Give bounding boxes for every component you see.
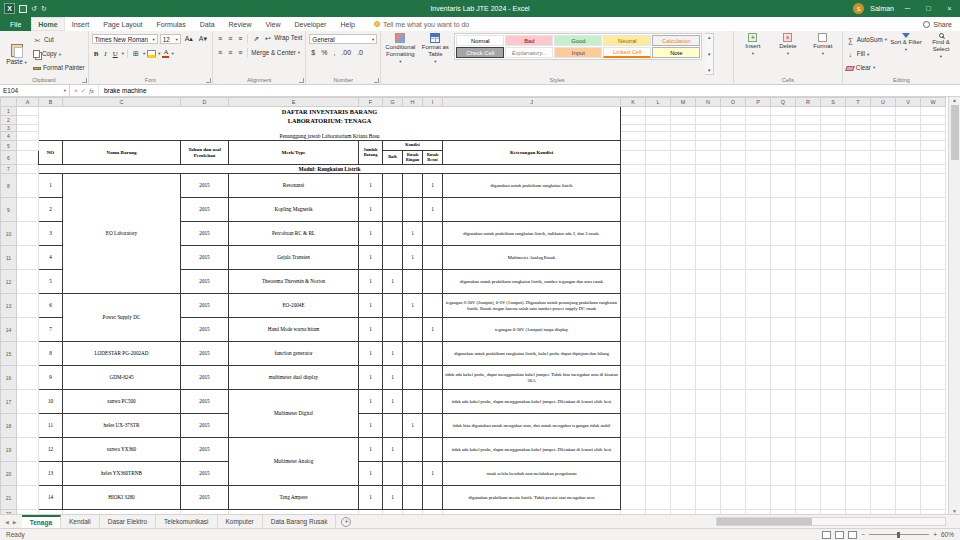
- empty-cell[interactable]: [671, 438, 696, 462]
- merge-center-button[interactable]: Merge & Center ▾: [251, 49, 300, 57]
- zoom-out-button[interactable]: −: [861, 531, 865, 538]
- header-rusak-berat[interactable]: Rusak Berat: [423, 151, 443, 165]
- empty-cell[interactable]: [621, 198, 646, 222]
- empty-cell[interactable]: [796, 342, 821, 366]
- cell-keterangan[interactable]: tegangan 0-30V (1output) tanpa display: [443, 318, 621, 342]
- select-all-corner[interactable]: [1, 98, 17, 107]
- row-header-10[interactable]: 10: [1, 222, 17, 246]
- row-header-20[interactable]: 20: [1, 462, 17, 486]
- cell-jumlah[interactable]: 1: [359, 318, 383, 342]
- cell-A21[interactable]: [17, 486, 39, 510]
- close-button[interactable]: ×: [942, 4, 957, 13]
- empty-cell[interactable]: [646, 174, 671, 198]
- alignment-dialog-launcher[interactable]: [299, 78, 304, 83]
- empty-cell[interactable]: [621, 125, 646, 132]
- cell-nama-barang[interactable]: LODESTAR PG-2002AD: [63, 342, 181, 366]
- zoom-slider[interactable]: [869, 534, 929, 535]
- empty-cell[interactable]: [746, 141, 771, 151]
- empty-cell[interactable]: [621, 390, 646, 414]
- cell-rusak-berat[interactable]: [423, 438, 443, 462]
- empty-cell[interactable]: [696, 438, 721, 462]
- cell-merk-type[interactable]: Resonansi: [229, 174, 359, 198]
- row-header-7[interactable]: 7: [1, 165, 17, 174]
- empty-cell[interactable]: [896, 116, 921, 125]
- header-no[interactable]: NO: [39, 141, 63, 165]
- empty-cell[interactable]: [871, 462, 896, 486]
- header-kondisi[interactable]: Kondisi: [383, 141, 443, 151]
- empty-cell[interactable]: [621, 342, 646, 366]
- header-merk-type[interactable]: Merk/Type: [229, 141, 359, 165]
- empty-cell[interactable]: [671, 462, 696, 486]
- empty-cell[interactable]: [646, 246, 671, 270]
- minimize-button[interactable]: ─: [900, 4, 915, 13]
- empty-cell[interactable]: [721, 222, 746, 246]
- col-header-O[interactable]: O: [721, 98, 746, 107]
- empty-cell[interactable]: [621, 318, 646, 342]
- empty-cell[interactable]: [621, 132, 646, 141]
- empty-cell[interactable]: [796, 390, 821, 414]
- cell-nama-barang[interactable]: sanwa YX360: [63, 438, 181, 462]
- cell-keterangan[interactable]: tegangan 6-20V (2output), 0-6V (1output)…: [443, 294, 621, 318]
- empty-cell[interactable]: [846, 246, 871, 270]
- table-title-line2[interactable]: LABORATORIUM: TENAGA: [39, 116, 621, 125]
- row-header-15[interactable]: 15: [1, 342, 17, 366]
- sheet-tab-komputer[interactable]: Komputer: [218, 515, 263, 528]
- empty-cell[interactable]: [646, 438, 671, 462]
- cell-style-normal[interactable]: Normal: [456, 35, 504, 46]
- cell-jumlah[interactable]: 1: [359, 414, 383, 438]
- empty-cell[interactable]: [721, 198, 746, 222]
- orientation-button[interactable]: ⇗: [251, 35, 261, 43]
- cell-A12[interactable]: [17, 270, 39, 294]
- empty-cell[interactable]: [821, 141, 846, 151]
- empty-cell[interactable]: [621, 165, 646, 174]
- cell-rusak-berat[interactable]: 1: [423, 174, 443, 198]
- empty-cell[interactable]: [896, 414, 921, 438]
- empty-cell[interactable]: [621, 222, 646, 246]
- cell-rusak-berat[interactable]: [423, 294, 443, 318]
- fill-color-button[interactable]: [147, 50, 156, 58]
- cell-keterangan[interactable]: tidak ada kabel probe, dapat menggunakan…: [443, 390, 621, 414]
- cell-rusak-ringan[interactable]: [403, 366, 423, 390]
- empty-cell[interactable]: [896, 486, 921, 510]
- empty-cell[interactable]: [821, 462, 846, 486]
- copy-button[interactable]: Copy ▾: [33, 50, 85, 58]
- empty-cell[interactable]: [796, 414, 821, 438]
- table-subtitle[interactable]: Penanggung jawab Laboratorium Kriana Bas…: [39, 132, 621, 141]
- empty-cell[interactable]: [796, 222, 821, 246]
- empty-cell[interactable]: [921, 165, 946, 174]
- empty-cell[interactable]: [846, 414, 871, 438]
- empty-cell[interactable]: [871, 486, 896, 510]
- file-tab[interactable]: File: [0, 17, 31, 31]
- gallery-down-icon[interactable]: ▼: [707, 52, 711, 57]
- sheet-tab-tenaga[interactable]: Tenaga: [22, 515, 61, 528]
- empty-cell[interactable]: [746, 222, 771, 246]
- empty-cell[interactable]: [821, 486, 846, 510]
- empty-cell[interactable]: [821, 198, 846, 222]
- cell-no[interactable]: 6: [39, 294, 63, 318]
- cell-rusak-berat[interactable]: [423, 390, 443, 414]
- empty-cell[interactable]: [671, 270, 696, 294]
- cell-A20[interactable]: [17, 462, 39, 486]
- row-header-5[interactable]: 5: [1, 141, 17, 151]
- cell-jumlah[interactable]: 1: [359, 270, 383, 294]
- empty-cell[interactable]: [846, 294, 871, 318]
- cell-no[interactable]: 5: [39, 270, 63, 294]
- empty-cell[interactable]: [696, 486, 721, 510]
- cell-jumlah[interactable]: 1: [359, 342, 383, 366]
- empty-cell[interactable]: [721, 132, 746, 141]
- empty-cell[interactable]: [796, 132, 821, 141]
- cut-button[interactable]: ✂Cut: [33, 36, 85, 45]
- increase-font-size-button[interactable]: A▴: [183, 35, 195, 43]
- cell-tahun[interactable]: 2015: [181, 222, 229, 246]
- ribbon-tab-review[interactable]: Review: [222, 17, 259, 31]
- cell-baik[interactable]: [383, 222, 403, 246]
- col-header-H[interactable]: H: [403, 98, 423, 107]
- col-header-P[interactable]: P: [746, 98, 771, 107]
- cell-no[interactable]: 1: [39, 174, 63, 198]
- empty-cell[interactable]: [796, 198, 821, 222]
- empty-cell[interactable]: [921, 486, 946, 510]
- empty-cell[interactable]: [671, 366, 696, 390]
- cell-A10[interactable]: [17, 222, 39, 246]
- clear-button[interactable]: Clear ▾: [846, 64, 887, 72]
- cell-A17[interactable]: [17, 390, 39, 414]
